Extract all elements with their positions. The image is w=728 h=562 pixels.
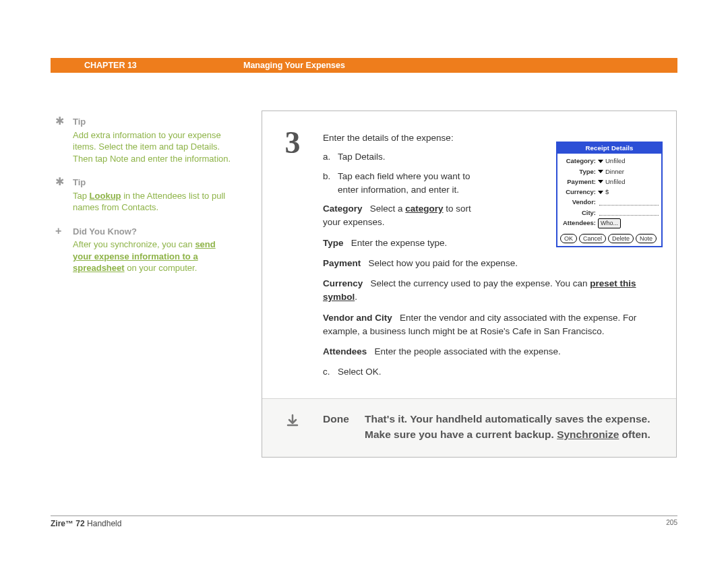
- field-label: Attendees:: [560, 218, 598, 228]
- product-rest: Handheld: [85, 519, 122, 528]
- field-payment: Payment Select how you paid for the expe…: [323, 257, 663, 270]
- substep-text: Select OK.: [338, 365, 663, 379]
- sidebar: ✱ Tip Add extra information to your expe…: [73, 116, 235, 286]
- field-value: Unfiled: [605, 177, 626, 187]
- field-row-vendor[interactable]: Vendor:: [560, 197, 659, 207]
- ok-button[interactable]: OK: [560, 234, 577, 243]
- step-number: 3: [262, 125, 323, 160]
- dyk-text: on your computer.: [125, 263, 198, 273]
- tip-2: ✱ Tip Tap Lookup in the Attendees list t…: [73, 177, 235, 214]
- chapter-header: CHAPTER 13 Managing Your Expenses: [51, 58, 677, 73]
- substep-text: Tap Details.: [338, 150, 486, 164]
- field-label: Vendor:: [560, 197, 598, 207]
- field-value: $: [605, 187, 609, 197]
- step-3: 3 Enter the details of the expense: a. T…: [262, 111, 676, 398]
- tip-body: Add extra information to your expense it…: [73, 129, 235, 165]
- field-label: City:: [560, 208, 598, 218]
- substep-b: b. Tap each field where you want to ente…: [323, 170, 486, 197]
- plus-icon: +: [55, 226, 61, 237]
- field-value: Dinner: [605, 167, 624, 177]
- list-marker: c.: [323, 365, 338, 379]
- dialog-titlebar: Receipt Details: [557, 143, 661, 154]
- dyk-label: Did You Know?: [73, 226, 235, 238]
- list-marker: a.: [323, 150, 338, 164]
- field-label: Type:: [560, 167, 598, 177]
- step-number-column: 3: [262, 111, 323, 398]
- field-name: Currency: [323, 278, 363, 288]
- field-text: Enter the expense type.: [351, 238, 448, 248]
- category-link[interactable]: category: [405, 204, 443, 214]
- tip-text: Tap: [73, 191, 90, 201]
- field-currency: Currency Select the currency used to pay…: [323, 277, 663, 305]
- note-button[interactable]: Note: [636, 234, 657, 243]
- dialog-buttons: OK Cancel Delete Note: [557, 232, 661, 246]
- list-marker: b.: [323, 170, 338, 197]
- did-you-know: + Did You Know? After you synchronize, y…: [73, 226, 235, 274]
- field-vendor-city: Vendor and City Enter the vendor and cit…: [323, 311, 663, 339]
- lookup-link[interactable]: Lookup: [90, 191, 121, 201]
- field-text: .: [355, 292, 357, 302]
- tip-label: Tip: [73, 177, 235, 189]
- field-label: Currency:: [560, 187, 598, 197]
- tip-body: Tap Lookup in the Attendees list to pull…: [73, 190, 235, 214]
- field-name: Vendor and City: [323, 313, 392, 323]
- who-button[interactable]: Who...: [598, 218, 621, 229]
- product-name: Zire™ 72 Handheld: [51, 519, 121, 528]
- chevron-down-icon: [598, 191, 603, 194]
- field-name: Attendees: [323, 346, 367, 356]
- field-type: Type Enter the expense type.: [323, 237, 486, 250]
- step-body: Enter the details of the expense: a. Tap…: [323, 111, 676, 398]
- chevron-down-icon: [598, 170, 603, 173]
- page-footer: Zire™ 72 Handheld 205: [51, 516, 677, 528]
- field-text: Enter the people associated with the exp…: [375, 346, 561, 356]
- field-name: Payment: [323, 258, 361, 268]
- chevron-down-icon: [598, 160, 603, 163]
- substep-text: Tap each field where you want to enter i…: [338, 170, 486, 197]
- field-row-city[interactable]: City:: [560, 208, 659, 218]
- chevron-down-icon: [598, 180, 603, 183]
- field-row-currency[interactable]: Currency:$: [560, 187, 659, 197]
- tip-1: ✱ Tip Add extra information to your expe…: [73, 116, 235, 164]
- synchronize-link[interactable]: Synchronize: [557, 429, 619, 440]
- field-attendees: Attendees Enter the people associated wi…: [323, 345, 663, 358]
- cancel-button[interactable]: Cancel: [579, 234, 606, 243]
- field-name: Category: [323, 204, 363, 214]
- done-label: Done: [323, 411, 365, 443]
- chapter-title: Managing Your Expenses: [243, 61, 345, 70]
- input-line: [599, 199, 659, 206]
- field-value: Unfiled: [605, 156, 626, 166]
- field-row-category[interactable]: Category:Unfiled: [560, 156, 659, 166]
- chapter-label: CHAPTER 13: [84, 61, 137, 70]
- field-row-payment[interactable]: Payment:Unfiled: [560, 177, 659, 187]
- main-content-box: 3 Enter the details of the expense: a. T…: [262, 111, 677, 458]
- substep-c: c. Select OK.: [323, 365, 663, 379]
- done-row: Done That's it. Your handheld automatica…: [262, 398, 676, 458]
- dyk-text: After you synchronize, you can: [73, 239, 195, 249]
- delete-button[interactable]: Delete: [608, 234, 634, 243]
- field-text: Select the currency used to pay the expe…: [371, 278, 590, 288]
- field-label: Category:: [560, 156, 598, 166]
- done-text-post: often.: [619, 429, 650, 440]
- field-category: Category Select a category to sort your …: [323, 202, 486, 230]
- step-intro: Enter the details of the expense:: [323, 131, 486, 145]
- field-row-attendees: Attendees:Who...: [560, 218, 659, 229]
- substep-a: a. Tap Details.: [323, 150, 486, 164]
- dyk-body: After you synchronize, you can send your…: [73, 239, 235, 274]
- done-arrow-icon: [262, 411, 323, 443]
- receipt-details-dialog: Receipt Details Category:Unfiled Type:Di…: [556, 142, 663, 247]
- field-text: Select how you paid for the expense.: [369, 258, 518, 268]
- input-line: [599, 210, 659, 216]
- product-bold: Zire™ 72: [51, 519, 85, 528]
- asterisk-icon: ✱: [55, 177, 64, 187]
- page-number: 205: [666, 519, 677, 528]
- asterisk-icon: ✱: [55, 116, 64, 127]
- done-text: That's it. Your handheld automatically s…: [365, 411, 663, 443]
- field-text: Select a: [370, 204, 406, 214]
- field-row-type[interactable]: Type:Dinner: [560, 167, 659, 177]
- tip-label: Tip: [73, 116, 235, 128]
- field-name: Type: [323, 238, 344, 248]
- field-label: Payment:: [560, 177, 598, 187]
